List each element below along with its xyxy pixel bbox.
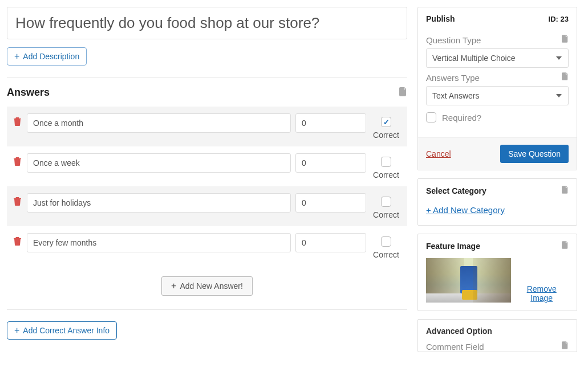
- correct-column: Correct: [371, 153, 402, 179]
- doc-icon[interactable]: [562, 35, 569, 45]
- feature-image-heading: Feature Image: [426, 242, 480, 251]
- answer-row: Correct: [7, 107, 407, 146]
- cancel-button[interactable]: Cancel: [426, 149, 451, 158]
- sidebar-column: Publish ID: 23 Question Type Vertical Mu…: [417, 7, 577, 352]
- question-title-input[interactable]: [7, 7, 407, 39]
- plus-icon: +: [14, 326, 19, 335]
- answer-score-input[interactable]: [295, 153, 366, 173]
- remove-image-button[interactable]: Remove Image: [514, 284, 569, 303]
- question-type-label: Question Type: [426, 35, 481, 45]
- correct-checkbox[interactable]: [381, 157, 391, 167]
- publish-panel: Publish ID: 23 Question Type Vertical Mu…: [417, 7, 577, 170]
- trash-icon[interactable]: [14, 197, 21, 207]
- answer-score-input[interactable]: [295, 113, 366, 133]
- add-new-category-button[interactable]: + Add New Category: [426, 203, 505, 217]
- answers-type-select[interactable]: Text Answers: [426, 86, 569, 105]
- answer-text-input[interactable]: [27, 113, 291, 133]
- correct-checkbox[interactable]: [381, 236, 391, 247]
- answer-row: Correct: [7, 146, 407, 186]
- answer-text-input[interactable]: [27, 193, 291, 213]
- required-checkbox[interactable]: [426, 112, 436, 122]
- correct-label: Correct: [373, 210, 399, 219]
- select-category-panel: Select Category + Add New Category: [417, 178, 577, 226]
- correct-label: Correct: [373, 130, 399, 140]
- doc-icon[interactable]: [562, 186, 569, 196]
- answer-text-input[interactable]: [27, 153, 291, 173]
- answers-type-label: Answers Type: [426, 73, 480, 83]
- add-correct-answer-info-label: Add Correct Answer Info: [23, 326, 110, 335]
- add-new-answer-button[interactable]: + Add New Answer!: [161, 276, 253, 296]
- publish-heading: Publish: [426, 14, 455, 23]
- answer-row: Correct: [7, 226, 407, 266]
- plus-icon: +: [14, 52, 19, 61]
- trash-icon[interactable]: [14, 237, 21, 247]
- divider: [7, 77, 407, 77]
- correct-column: Correct: [371, 233, 402, 259]
- answer-score-input[interactable]: [295, 233, 366, 252]
- doc-icon[interactable]: [562, 241, 569, 251]
- select-category-heading: Select Category: [426, 186, 486, 195]
- trash-icon[interactable]: [14, 157, 21, 168]
- question-type-select[interactable]: Vertical Multiple Choice: [426, 48, 569, 68]
- answers-header: Answers: [7, 81, 407, 107]
- feature-image-thumbnail[interactable]: [426, 258, 511, 303]
- doc-icon[interactable]: [399, 87, 407, 99]
- correct-column: Correct: [371, 113, 402, 140]
- question-id: ID: 23: [549, 15, 569, 23]
- doc-icon[interactable]: [562, 72, 569, 83]
- required-label: Required?: [442, 113, 481, 122]
- add-description-button[interactable]: + Add Description: [7, 47, 87, 66]
- correct-checkbox[interactable]: [381, 117, 391, 127]
- comment-field-label: Comment Field: [426, 336, 484, 352]
- trash-icon[interactable]: [14, 117, 21, 128]
- advanced-option-heading: Advanced Option: [426, 326, 492, 336]
- main-column: + Add Description Answers Correct: [7, 7, 407, 352]
- correct-label: Correct: [373, 250, 399, 259]
- correct-checkbox[interactable]: [381, 197, 391, 207]
- divider: [7, 309, 407, 310]
- advanced-option-panel: Advanced Option Comment Field: [417, 319, 577, 352]
- correct-column: Correct: [371, 193, 402, 219]
- answer-text-input[interactable]: [27, 233, 291, 252]
- doc-icon[interactable]: [562, 336, 569, 352]
- answer-row: Correct: [7, 186, 407, 226]
- save-question-button[interactable]: Save Question: [500, 145, 569, 163]
- add-description-label: Add Description: [23, 52, 79, 61]
- plus-icon: +: [171, 281, 176, 291]
- feature-image-panel: Feature Image Remove Image: [417, 234, 577, 311]
- add-new-answer-label: Add New Answer!: [180, 281, 243, 291]
- answer-score-input[interactable]: [295, 193, 366, 213]
- answers-heading: Answers: [7, 87, 50, 99]
- correct-label: Correct: [373, 170, 399, 179]
- add-correct-answer-info-button[interactable]: + Add Correct Answer Info: [7, 321, 117, 340]
